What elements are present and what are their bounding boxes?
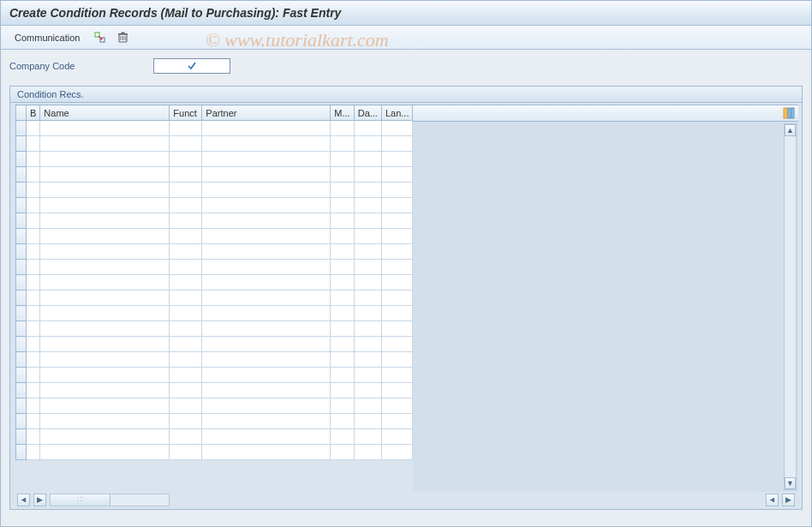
cell-m[interactable]: [331, 275, 354, 290]
cell-name[interactable]: [40, 429, 170, 445]
cell-m[interactable]: [331, 290, 354, 306]
row-selector[interactable]: [16, 414, 27, 429]
cell-lan[interactable]: [381, 290, 413, 306]
col-m-header[interactable]: M...: [331, 105, 354, 121]
col-partner-header[interactable]: Partner: [202, 105, 331, 121]
cell-b[interactable]: [27, 414, 40, 429]
row-selector[interactable]: [16, 321, 27, 337]
vertical-scrollbar[interactable]: ▲ ▼: [784, 123, 797, 490]
cell-m[interactable]: [331, 321, 354, 337]
cell-m[interactable]: [331, 306, 354, 321]
scroll-up-button[interactable]: ▲: [785, 124, 796, 136]
cell-b[interactable]: [27, 121, 40, 136]
hscroll-thumb-left[interactable]: ∷: [51, 494, 110, 506]
row-selector[interactable]: [16, 306, 27, 321]
cell-b[interactable]: [27, 337, 40, 352]
cell-lan[interactable]: [381, 213, 413, 229]
communication-button[interactable]: Communication: [9, 31, 85, 45]
cell-da[interactable]: [354, 337, 381, 352]
cell-da[interactable]: [354, 213, 381, 229]
cell-partner[interactable]: [202, 445, 331, 460]
cell-name[interactable]: [40, 306, 170, 321]
table-row[interactable]: [16, 398, 413, 414]
table-row[interactable]: [16, 290, 413, 306]
table-row[interactable]: [16, 337, 413, 352]
cell-b[interactable]: [27, 152, 40, 167]
cell-m[interactable]: [331, 167, 354, 183]
row-selector[interactable]: [16, 244, 27, 260]
cell-partner[interactable]: [202, 414, 331, 429]
row-selector[interactable]: [16, 383, 27, 398]
row-selector[interactable]: [16, 152, 27, 167]
cell-b[interactable]: [27, 229, 40, 244]
company-code-input[interactable]: [153, 58, 230, 74]
delete-icon[interactable]: [116, 31, 129, 45]
cell-lan[interactable]: [381, 121, 413, 136]
cell-da[interactable]: [354, 398, 381, 414]
cell-name[interactable]: [40, 383, 170, 398]
table-row[interactable]: [16, 136, 413, 152]
cell-b[interactable]: [27, 183, 40, 198]
cell-partner[interactable]: [202, 290, 331, 306]
cell-funct[interactable]: [170, 306, 202, 321]
cell-lan[interactable]: [381, 306, 413, 321]
cell-partner[interactable]: [202, 383, 331, 398]
cell-lan[interactable]: [381, 352, 413, 368]
cell-funct[interactable]: [170, 321, 202, 337]
table-row[interactable]: [16, 306, 413, 321]
cell-funct[interactable]: [170, 398, 202, 414]
cell-b[interactable]: [27, 306, 40, 321]
cell-m[interactable]: [331, 198, 354, 213]
cell-partner[interactable]: [202, 244, 331, 260]
row-selector[interactable]: [16, 368, 27, 383]
scroll-first-button[interactable]: ◄: [17, 494, 30, 506]
cell-b[interactable]: [27, 260, 40, 275]
cell-da[interactable]: [354, 414, 381, 429]
cell-lan[interactable]: [381, 368, 413, 383]
cell-partner[interactable]: [202, 229, 331, 244]
cell-partner[interactable]: [202, 198, 331, 213]
cell-partner[interactable]: [202, 352, 331, 368]
cell-partner[interactable]: [202, 121, 331, 136]
cell-partner[interactable]: [202, 167, 331, 183]
cell-m[interactable]: [331, 136, 354, 152]
cell-da[interactable]: [354, 121, 381, 136]
cell-funct[interactable]: [170, 167, 202, 183]
row-selector[interactable]: [16, 337, 27, 352]
cell-da[interactable]: [354, 290, 381, 306]
cell-m[interactable]: [331, 337, 354, 352]
overview-icon[interactable]: [93, 31, 107, 45]
cell-partner[interactable]: [202, 398, 331, 414]
cell-da[interactable]: [354, 167, 381, 183]
cell-m[interactable]: [331, 213, 354, 229]
cell-m[interactable]: [331, 244, 354, 260]
cell-partner[interactable]: [202, 321, 331, 337]
col-funct-header[interactable]: Funct: [170, 105, 202, 121]
cell-b[interactable]: [27, 321, 40, 337]
col-name-header[interactable]: Name: [40, 105, 170, 121]
table-settings-icon[interactable]: [783, 107, 795, 119]
cell-da[interactable]: [354, 429, 381, 445]
row-selector[interactable]: [16, 290, 27, 306]
cell-da[interactable]: [354, 260, 381, 275]
table-row[interactable]: [16, 414, 413, 429]
cell-funct[interactable]: [170, 260, 202, 275]
cell-da[interactable]: [354, 352, 381, 368]
cell-b[interactable]: [27, 167, 40, 183]
cell-b[interactable]: [27, 213, 40, 229]
table-row[interactable]: [16, 445, 413, 460]
cell-partner[interactable]: [202, 136, 331, 152]
cell-funct[interactable]: [170, 352, 202, 368]
cell-m[interactable]: [331, 414, 354, 429]
cell-lan[interactable]: [381, 321, 413, 337]
table-row[interactable]: [16, 152, 413, 167]
cell-funct[interactable]: [170, 229, 202, 244]
cell-m[interactable]: [331, 368, 354, 383]
cell-funct[interactable]: [170, 383, 202, 398]
cell-funct[interactable]: [170, 152, 202, 167]
cell-name[interactable]: [40, 136, 170, 152]
table-row[interactable]: [16, 321, 413, 337]
cell-m[interactable]: [331, 445, 354, 460]
cell-lan[interactable]: [381, 198, 413, 213]
cell-name[interactable]: [40, 445, 170, 460]
